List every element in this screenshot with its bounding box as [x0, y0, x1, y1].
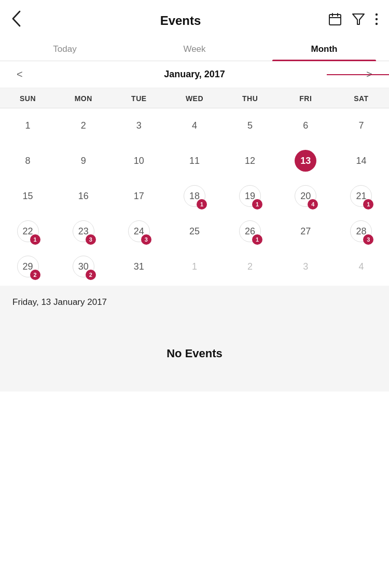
cal-cell-12[interactable]: 12 — [223, 144, 278, 179]
cal-day-number: 181 — [184, 185, 205, 207]
header-icons — [328, 12, 379, 30]
cal-cell-5[interactable]: 5 — [223, 108, 278, 144]
cal-cell-9[interactable]: 9 — [55, 144, 111, 179]
cal-day-number: 7 — [350, 115, 372, 136]
cal-cell-other2[interactable]: 2 — [223, 249, 278, 285]
cal-cell-18[interactable]: 181 — [166, 179, 222, 214]
event-count-badge: 4 — [308, 199, 318, 209]
cal-cell-25[interactable]: 25 — [166, 214, 222, 249]
selected-date-label: Friday, 13 January 2017 — [12, 297, 107, 307]
cal-day-number: 4 — [350, 256, 372, 277]
cal-cell-17[interactable]: 17 — [111, 179, 166, 214]
no-events-text: No Events — [166, 347, 223, 360]
back-button[interactable] — [10, 9, 33, 32]
cal-day-number: 204 — [295, 185, 316, 207]
day-header-tue: TUE — [111, 94, 166, 103]
cal-cell-11[interactable]: 11 — [166, 144, 222, 179]
day-header-sat: SAT — [334, 94, 389, 103]
cal-cell-30[interactable]: 302 — [55, 249, 111, 285]
cal-day-number: 31 — [128, 256, 150, 277]
cal-cell-4[interactable]: 4 — [166, 108, 222, 144]
cal-cell-19[interactable]: 191 — [223, 179, 278, 214]
event-count-badge: 1 — [252, 234, 262, 245]
cal-day-number: 25 — [184, 220, 205, 242]
cal-day-number: 12 — [239, 150, 261, 172]
tab-week[interactable]: Week — [130, 37, 259, 61]
cal-day-number: 302 — [73, 256, 94, 277]
cal-day-number: 15 — [17, 185, 39, 207]
prev-month-button[interactable]: < — [10, 66, 29, 82]
calendar-grid: 1234567891011121314151617181191204211221… — [0, 108, 389, 285]
svg-rect-0 — [329, 15, 341, 25]
cal-day-number: 283 — [350, 220, 372, 242]
cal-cell-2[interactable]: 2 — [55, 108, 111, 144]
cal-cell-27[interactable]: 27 — [278, 214, 334, 249]
cal-day-number: 2 — [73, 115, 94, 136]
month-nav-line — [327, 74, 389, 75]
cal-day-number: 3 — [295, 256, 316, 277]
cal-cell-26[interactable]: 261 — [223, 214, 278, 249]
cal-day-number: 221 — [17, 220, 39, 242]
cal-day-number: 2 — [239, 256, 261, 277]
cal-cell-other1[interactable]: 1 — [166, 249, 222, 285]
day-header-wed: WED — [166, 94, 222, 103]
cal-cell-21[interactable]: 211 — [334, 179, 389, 214]
event-count-badge: 1 — [252, 199, 262, 209]
page-title: Events — [160, 13, 201, 28]
cal-cell-31[interactable]: 31 — [111, 249, 166, 285]
selected-date-section: Friday, 13 January 2017 — [0, 286, 389, 316]
svg-point-7 — [376, 22, 378, 24]
cal-cell-8[interactable]: 8 — [0, 144, 55, 179]
cal-cell-28[interactable]: 283 — [334, 214, 389, 249]
cal-day-number: 191 — [239, 185, 261, 207]
event-count-badge: 2 — [86, 270, 96, 280]
tab-month[interactable]: Month — [259, 37, 389, 61]
tab-today[interactable]: Today — [0, 37, 130, 61]
day-headers: SUNMONTUEWEDTHUFRISAT — [0, 88, 389, 108]
cal-cell-other4[interactable]: 4 — [334, 249, 389, 285]
svg-marker-4 — [353, 14, 364, 24]
month-navigation: < January, 2017 > — [0, 61, 389, 88]
cal-cell-other3[interactable]: 3 — [278, 249, 334, 285]
event-count-badge: 2 — [30, 270, 40, 280]
calendar-icon[interactable] — [328, 12, 342, 30]
event-count-badge: 3 — [86, 234, 96, 245]
cal-cell-23[interactable]: 233 — [55, 214, 111, 249]
cal-cell-24[interactable]: 243 — [111, 214, 166, 249]
cal-day-number: 4 — [184, 115, 205, 136]
cal-cell-6[interactable]: 6 — [278, 108, 334, 144]
cal-day-number: 14 — [350, 150, 372, 172]
cal-cell-22[interactable]: 221 — [0, 214, 55, 249]
day-header-fri: FRI — [278, 94, 334, 103]
cal-cell-29[interactable]: 292 — [0, 249, 55, 285]
day-header-sun: SUN — [0, 94, 55, 103]
filter-icon[interactable] — [352, 12, 365, 30]
header: Events — [0, 0, 389, 37]
day-header-mon: MON — [55, 94, 111, 103]
more-icon[interactable] — [374, 12, 379, 30]
cal-cell-3[interactable]: 3 — [111, 108, 166, 144]
cal-cell-20[interactable]: 204 — [278, 179, 334, 214]
cal-cell-13[interactable]: 13 — [278, 144, 334, 179]
cal-cell-7[interactable]: 7 — [334, 108, 389, 144]
cal-cell-1[interactable]: 1 — [0, 108, 55, 144]
event-count-badge: 1 — [30, 234, 40, 245]
event-count-badge: 1 — [197, 199, 207, 209]
cal-cell-16[interactable]: 16 — [55, 179, 111, 214]
svg-point-5 — [376, 13, 378, 15]
cal-cell-14[interactable]: 14 — [334, 144, 389, 179]
cal-day-number: 1 — [17, 115, 39, 136]
svg-point-6 — [376, 18, 378, 20]
cal-day-number: 1 — [184, 256, 205, 277]
cal-day-number: 6 — [295, 115, 316, 136]
month-title: January, 2017 — [29, 69, 360, 80]
cal-cell-15[interactable]: 15 — [0, 179, 55, 214]
cal-day-number: 243 — [128, 220, 150, 242]
cal-cell-10[interactable]: 10 — [111, 144, 166, 179]
cal-day-number: 5 — [239, 115, 261, 136]
cal-day-number: 8 — [17, 150, 39, 172]
event-count-badge: 3 — [363, 234, 373, 245]
no-events-section: No Events — [0, 316, 389, 391]
cal-day-number: 16 — [73, 185, 94, 207]
tabs: Today Week Month — [0, 37, 389, 61]
